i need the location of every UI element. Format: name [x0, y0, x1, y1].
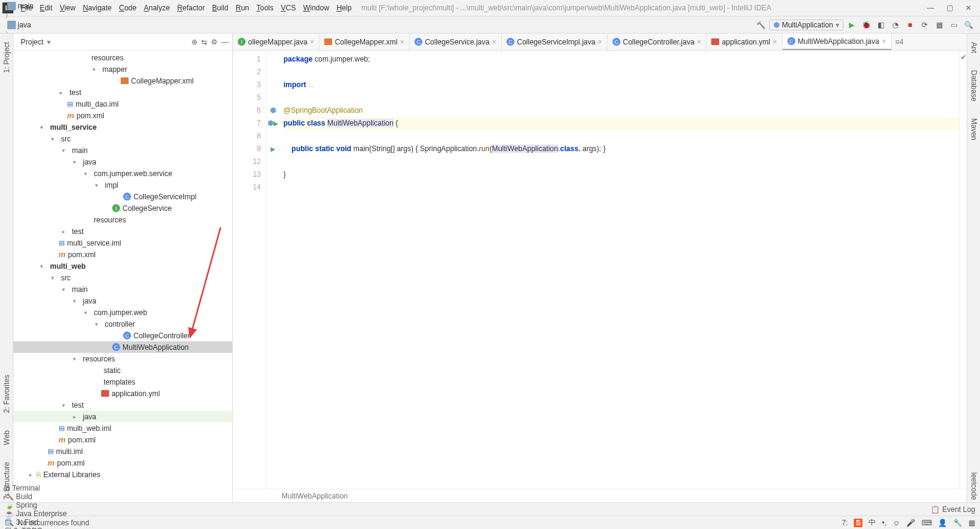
stop-icon[interactable]: ■	[903, 18, 917, 32]
tree-node[interactable]: ▾src	[13, 272, 232, 283]
tree-node[interactable]: ▾resources	[13, 353, 232, 364]
editor-tab[interactable]: IollegeMapper.java×	[233, 34, 319, 50]
tab-database[interactable]: Database	[970, 68, 978, 104]
breadcrumb-item[interactable]: main	[5, 2, 86, 10]
tree-node[interactable]: ▾com.jumper.web.service	[13, 168, 232, 179]
bottom-tab-javaenterprise[interactable]: ☕ Java Enterprise	[5, 509, 67, 518]
update-icon[interactable]: ⟳	[918, 18, 931, 32]
tree-node[interactable]: resources	[13, 214, 232, 225]
tab-leetcode[interactable]: leetcode	[970, 470, 978, 502]
code-body[interactable]: package com.jumper.web; import ... @Spri…	[280, 51, 959, 489]
menu-window[interactable]: Window	[299, 4, 333, 12]
tab-project[interactable]: 1: Project	[2, 40, 11, 76]
tree-node[interactable]: ▸test	[13, 225, 232, 237]
tree-node[interactable]: CCollegeController	[13, 330, 232, 341]
tab-close-icon[interactable]: ×	[598, 38, 602, 46]
editor-tab[interactable]: CMultiWebApplication.java×	[783, 34, 892, 50]
tree-node[interactable]: ▤multi.iml	[13, 446, 232, 457]
editor-tab[interactable]: CollegeMapper.xml×	[319, 34, 410, 50]
menu-vcs[interactable]: VCS	[277, 4, 300, 12]
mic-icon[interactable]: 🎤	[906, 519, 915, 527]
menu-analyze[interactable]: Analyze	[140, 4, 174, 12]
debug-icon[interactable]: 🐞	[859, 18, 873, 32]
tree-node[interactable]: ▾controller	[13, 318, 232, 330]
tree-node[interactable]: CollegeMapper.xml	[13, 75, 232, 87]
tree-node[interactable]: ▾multi_web	[13, 260, 232, 272]
tree-node[interactable]: ▾impl	[13, 179, 232, 191]
tree-node[interactable]: ▾java	[13, 295, 232, 307]
event-log-button[interactable]: 📋 Event Log	[931, 505, 975, 514]
tree-node[interactable]: ▸java	[13, 411, 232, 422]
tree-node[interactable]: mpom.xml	[13, 457, 232, 469]
tab-close-icon[interactable]: ×	[492, 38, 496, 46]
editor-tab[interactable]: application.yml×	[706, 34, 782, 50]
editor-tab[interactable]: CCollegeService.java×	[410, 34, 502, 50]
tree-node[interactable]: mpom.xml	[13, 249, 232, 260]
tab-close-icon[interactable]: ×	[773, 38, 777, 46]
maximize-icon[interactable]: ▢	[940, 4, 959, 12]
tree-node[interactable]: application.yml	[13, 388, 232, 399]
tab-close-icon[interactable]: ×	[697, 38, 701, 46]
tree-node[interactable]: templates	[13, 376, 232, 388]
build-icon[interactable]: 🔨	[755, 18, 768, 32]
editor-breadcrumb[interactable]: MultiWebApplication	[233, 489, 967, 502]
editor-tab[interactable]: CCollegeController.java×	[608, 34, 706, 50]
menu-refactor[interactable]: Refactor	[174, 4, 208, 12]
tree-node[interactable]: ▾java	[13, 156, 232, 168]
tab-maven[interactable]: Maven	[970, 116, 978, 143]
tab-overflow[interactable]: ≡4	[892, 38, 907, 46]
menu-run[interactable]: Run	[232, 4, 253, 12]
tree-node[interactable]: ▸test	[13, 87, 232, 98]
tree-node[interactable]: mpom.xml	[13, 434, 232, 446]
tab-close-icon[interactable]: ×	[310, 38, 314, 46]
breadcrumb-item[interactable]: java	[5, 21, 86, 29]
tree-node[interactable]: ICollegeService	[13, 202, 232, 214]
expand-icon[interactable]: ⇆	[201, 38, 207, 46]
tab-structure[interactable]: 7: Structure	[2, 460, 11, 502]
locate-icon[interactable]: ⊕	[191, 38, 197, 46]
tab-favorites[interactable]: 2: Favorites	[2, 372, 11, 416]
project-tree[interactable]: resources▾mapperCollegeMapper.xml▸test▤m…	[13, 51, 232, 502]
tree-node[interactable]: ▾mapper	[13, 63, 232, 75]
code-editor[interactable]: 12356789121314 ⬢⬢▶ ▶ package com.jumper.…	[233, 51, 967, 489]
error-stripe[interactable]: ✔	[959, 51, 967, 489]
search-icon[interactable]: 🔍	[962, 18, 975, 32]
tree-node[interactable]: ▾multi_service	[13, 121, 232, 133]
gear-icon[interactable]: ⚙	[211, 38, 218, 46]
tree-node[interactable]: ▾src	[13, 133, 232, 144]
tree-node[interactable]: ▤multi_web.iml	[13, 422, 232, 434]
lang-icon[interactable]: 中	[868, 517, 876, 528]
person-icon[interactable]: 👤	[938, 519, 947, 527]
tree-node[interactable]: ▾test	[13, 399, 232, 411]
tree-node[interactable]: resources	[13, 52, 232, 63]
ime-icon[interactable]: S	[854, 519, 862, 527]
grid-icon[interactable]: ▦	[968, 519, 975, 527]
tree-node[interactable]: ▤multi_service.iml	[13, 237, 232, 249]
coverage-icon[interactable]: ◧	[874, 18, 887, 32]
menu-build[interactable]: Build	[208, 4, 232, 12]
structure-icon[interactable]: ▦	[932, 18, 946, 32]
tree-node[interactable]: ▾com.jumper.web	[13, 307, 232, 318]
tree-node[interactable]: mpom.xml	[13, 110, 232, 121]
tab-close-icon[interactable]: ×	[400, 38, 404, 46]
minimize-icon[interactable]: —	[921, 4, 940, 12]
run-icon[interactable]: ▶	[845, 18, 858, 32]
tree-node[interactable]: ▸⎘External Libraries	[13, 469, 232, 480]
emoji-icon[interactable]: ☺	[893, 519, 900, 527]
settings-icon[interactable]: ▭	[947, 18, 960, 32]
menu-code[interactable]: Code	[115, 4, 140, 12]
editor-tab[interactable]: CCollegeServiceImpl.java×	[502, 34, 608, 50]
tree-node[interactable]: static	[13, 364, 232, 376]
tree-node[interactable]: CMultiWebApplication	[13, 341, 232, 353]
tab-web[interactable]: Web	[2, 428, 11, 447]
profile-icon[interactable]: ◔	[889, 18, 902, 32]
tree-node[interactable]: ▾main	[13, 144, 232, 156]
tool-icon[interactable]: 🔧	[953, 519, 962, 527]
close-icon[interactable]: ✕	[959, 4, 978, 12]
menu-help[interactable]: Help	[333, 4, 355, 12]
tab-close-icon[interactable]: ×	[882, 37, 886, 46]
tree-node[interactable]: ▾main	[13, 283, 232, 295]
run-config-dropdown[interactable]: ⬢ MultiApplication ▾	[769, 20, 843, 30]
hide-icon[interactable]: —	[221, 38, 229, 46]
tab-ant[interactable]: Ant	[970, 40, 978, 55]
